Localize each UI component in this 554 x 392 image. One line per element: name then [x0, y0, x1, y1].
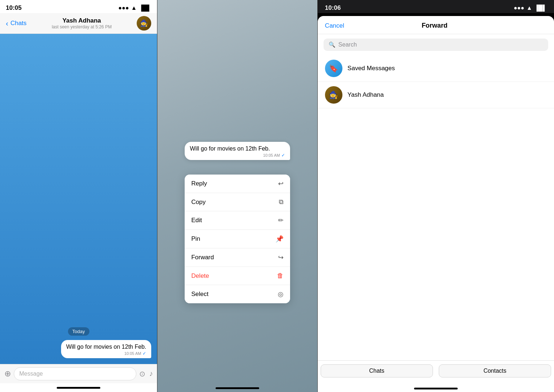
chat-status-icons: ●●● ▲ ▐█▌ [119, 5, 152, 11]
forward-icon: ↪ [278, 253, 284, 261]
pin-icon: 📌 [276, 235, 284, 243]
context-delete-label: Delete [191, 272, 209, 280]
panel-context-menu: Will go for movies on 12th Feb. 10:05 AM… [157, 0, 317, 392]
menu-message-bubble: Will go for movies on 12th Feb. 10:05 AM… [185, 142, 290, 160]
date-label: Today [6, 327, 151, 336]
saved-messages-avatar: 🔖 [325, 60, 342, 77]
input-icons: ⊙ ♪ [139, 369, 153, 378]
context-reply-label: Reply [191, 180, 207, 187]
attach-icon[interactable]: ⊕ [4, 369, 11, 379]
edit-icon: ✏ [278, 216, 284, 224]
chat-contact-status: last seen yesterday at 5:26 PM [27, 24, 137, 29]
message-bubble[interactable]: Will go for movies on 12th Feb. 10:05 AM… [61, 340, 152, 358]
context-copy[interactable]: Copy ⧉ [185, 193, 290, 211]
avatar-emoji: 🧙 [140, 19, 148, 27]
forward-time: 10:06 [325, 4, 341, 12]
message-placeholder: Message [19, 371, 43, 377]
tab-chats[interactable]: Chats [321, 364, 433, 377]
context-reply[interactable]: Reply ↩ [185, 175, 290, 193]
contact-yash-name: Yash Adhana [348, 91, 384, 99]
forward-home-indicator [414, 388, 458, 389]
contact-yash-avatar: 🧙 [325, 86, 342, 104]
back-label[interactable]: Chats [11, 20, 27, 27]
context-delete[interactable]: Delete 🗑 [185, 267, 290, 285]
forward-header: Cancel Forward [318, 16, 554, 34]
menu-message-meta: 10:05 AM ✓ [190, 153, 285, 158]
fwd-wifi-icon: ▲ [526, 5, 532, 11]
menu-home-indicator [216, 387, 259, 389]
tab-contacts-label: Contacts [483, 368, 506, 374]
battery-icon: ▐█▌ [139, 5, 151, 11]
forward-title: Forward [422, 22, 447, 29]
context-select[interactable]: Select ◎ [185, 285, 290, 303]
search-icon: 🔍 [329, 41, 336, 48]
forward-card: Cancel Forward 🔍 Search 🔖 Saved Messages… [318, 16, 554, 392]
context-forward[interactable]: Forward ↪ [185, 248, 290, 267]
cancel-button[interactable]: Cancel [325, 22, 344, 29]
forward-status-bar: 10:06 ●●● ▲ ▐█▌ [318, 0, 554, 13]
fwd-signal-icon: ●●● [514, 5, 524, 11]
bookmark-icon: 🔖 [329, 64, 338, 73]
forward-status-icons: ●●● ▲ ▐█▌ [514, 5, 547, 11]
chat-header-center: Yash Adhana last seen yesterday at 5:26 … [27, 17, 137, 29]
context-copy-label: Copy [191, 199, 206, 206]
chat-contact-name: Yash Adhana [27, 17, 137, 24]
chat-status-bar: 10:05 ●●● ▲ ▐█▌ [0, 0, 157, 13]
search-placeholder: Search [338, 41, 357, 48]
reply-icon: ↩ [278, 180, 284, 188]
context-pin-label: Pin [191, 235, 200, 243]
context-menu: Reply ↩ Copy ⧉ Edit ✏ Pin 📌 Forward ↪ De… [185, 175, 290, 303]
message-time: 10:05 AM [124, 351, 141, 356]
list-item-saved[interactable]: 🔖 Saved Messages [318, 55, 554, 82]
wifi-icon: ▲ [131, 5, 137, 11]
chat-time: 10:05 [6, 4, 21, 12]
context-edit-label: Edit [191, 217, 202, 224]
panel-forward: 10:06 ●●● ▲ ▐█▌ Cancel Forward 🔍 Search … [318, 0, 554, 392]
message-input[interactable]: Message [14, 367, 136, 380]
home-bar [0, 383, 157, 392]
forward-bottom-tabs: Chats Contacts [318, 360, 554, 385]
context-edit[interactable]: Edit ✏ [185, 211, 290, 230]
forward-home-bar [318, 385, 554, 392]
emoji-icon[interactable]: ⊙ [139, 369, 145, 378]
list-item-yash[interactable]: 🧙 Yash Adhana [318, 82, 554, 108]
forward-contact-list: 🔖 Saved Messages 🧙 Yash Adhana [318, 55, 554, 360]
message-check-icon: ✓ [142, 351, 146, 356]
chat-body: Today Will go for movies on 12th Feb. 10… [0, 34, 157, 364]
tab-contacts[interactable]: Contacts [439, 364, 551, 377]
menu-home-bar [157, 387, 317, 389]
delete-icon: 🗑 [277, 272, 284, 280]
contact-yash-emoji: 🧙 [329, 91, 338, 99]
forward-search-bar[interactable]: 🔍 Search [324, 39, 548, 51]
menu-message-text: Will go for movies on 12th Feb. [190, 145, 285, 152]
home-indicator [57, 387, 100, 389]
message-text: Will go for movies on 12th Feb. [66, 344, 146, 350]
panel-chat: 10:05 ●●● ▲ ▐█▌ ‹ Chats Yash Adhana last… [0, 0, 157, 392]
chat-header: ‹ Chats Yash Adhana last seen yesterday … [0, 13, 157, 34]
menu-message-check-icon: ✓ [281, 153, 285, 158]
copy-icon: ⧉ [279, 198, 284, 206]
avatar[interactable]: 🧙 [137, 16, 151, 31]
tab-chats-label: Chats [369, 368, 385, 374]
signal-icon: ●●● [119, 5, 129, 11]
menu-message-time: 10:05 AM [263, 153, 280, 157]
mic-icon[interactable]: ♪ [149, 369, 153, 378]
context-forward-label: Forward [191, 254, 214, 261]
saved-messages-label: Saved Messages [348, 65, 395, 72]
date-badge: Today [68, 327, 89, 336]
message-meta: 10:05 AM ✓ [66, 351, 146, 356]
context-select-label: Select [191, 291, 208, 298]
chat-input-bar: ⊕ Message ⊙ ♪ [0, 364, 157, 383]
select-icon: ◎ [278, 290, 284, 298]
fwd-battery-icon: ▐█▌ [534, 5, 547, 11]
chat-header-left: ‹ Chats [6, 19, 27, 28]
back-arrow-icon[interactable]: ‹ [6, 19, 8, 28]
context-pin[interactable]: Pin 📌 [185, 230, 290, 248]
